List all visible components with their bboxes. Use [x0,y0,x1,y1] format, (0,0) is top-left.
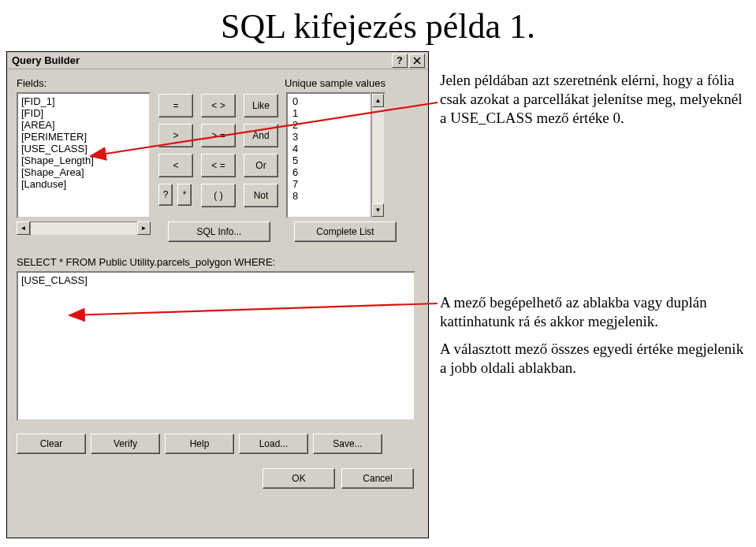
values-listbox[interactable]: 0 1 2 3 4 5 6 7 8 [286,92,371,218]
scroll-up-icon[interactable]: ▲ [372,94,384,107]
op-ge-button[interactable]: > = [201,124,236,147]
op-gt-button[interactable]: > [158,124,193,147]
ok-button[interactable]: OK [263,468,335,489]
op-ne-button[interactable]: < > [201,94,236,117]
help-button-bottom[interactable]: Help [165,434,234,454]
op-like-button[interactable]: Like [244,94,278,117]
list-item[interactable]: 4 [289,143,370,154]
scroll-left-icon[interactable]: ◄ [17,221,30,235]
scroll-right-icon[interactable]: ► [137,221,151,235]
unique-values-label: Unique sample values [285,77,385,89]
dialog-title: Query Builder [10,54,390,66]
list-item[interactable]: [FID] [20,107,149,119]
op-or-button[interactable]: Or [244,154,278,177]
list-item[interactable]: 3 [289,131,370,143]
scroll-track[interactable] [372,107,384,203]
annotation-text-3: A választott mező összes egyedi értéke m… [440,340,747,378]
op-lt-button[interactable]: < [158,154,193,177]
page-title: SQL kifejezés példa 1. [0,6,756,47]
values-v-scrollbar[interactable]: ▲ ▼ [371,92,385,218]
load-button[interactable]: Load... [239,434,308,454]
op-paren-button[interactable]: ( ) [201,184,236,207]
annotation-text-1: Jelen példában azt szeretnénk elérni, ho… [440,71,747,127]
list-item[interactable]: [USE_CLASS] [20,143,149,154]
list-item[interactable]: [AREA] [20,119,149,131]
list-item[interactable]: 1 [289,107,370,119]
fields-h-scrollbar[interactable]: ◄ ► [17,221,151,236]
operator-grid: = < > Like > > = And < < = Or ? * ( ) No… [158,92,278,236]
op-not-button[interactable]: Not [244,184,278,207]
list-item[interactable]: 7 [289,178,370,190]
help-button[interactable]: ? [392,54,408,68]
op-eq-button[interactable]: = [158,94,193,117]
op-q-button[interactable]: ? [158,184,173,206]
scroll-track[interactable] [30,221,137,236]
list-item[interactable]: [FID_1] [20,95,149,107]
list-item[interactable]: [Shape_Length] [20,154,149,166]
save-button[interactable]: Save... [313,434,382,454]
titlebar: Query Builder ? [7,52,428,69]
list-item[interactable]: 5 [289,154,370,166]
complete-list-button[interactable]: Complete List [294,221,397,242]
fields-label: Fields: [17,77,174,89]
query-builder-dialog: Query Builder ? Fields: Unique sample va… [6,51,429,538]
list-item[interactable]: 0 [289,95,370,107]
op-star-button[interactable]: * [177,184,192,206]
scroll-down-icon[interactable]: ▼ [372,203,384,217]
annotation-text-2: A mező begépelhető az ablakba vagy duplá… [440,293,747,331]
verify-button[interactable]: Verify [91,434,160,454]
where-clause-input[interactable]: [USE_CLASS] [17,271,415,421]
op-and-button[interactable]: And [244,124,278,147]
close-button[interactable] [409,54,425,68]
fields-listbox[interactable]: [FID_1] [FID] [AREA] [PERIMETER] [USE_CL… [17,92,151,218]
list-item[interactable]: [Landuse] [20,178,149,190]
list-item[interactable]: [Shape_Area] [20,166,149,178]
list-item[interactable]: 8 [289,190,370,202]
list-item[interactable]: [PERIMETER] [20,131,149,143]
sql-info-button[interactable]: SQL Info... [168,221,270,242]
list-item[interactable]: 2 [289,119,370,131]
list-item[interactable]: 6 [289,166,370,178]
op-le-button[interactable]: < = [201,154,236,177]
cancel-button[interactable]: Cancel [341,468,414,489]
select-from-label: SELECT * FROM Public Utility.parcels_pol… [17,256,419,268]
clear-button[interactable]: Clear [17,434,86,454]
